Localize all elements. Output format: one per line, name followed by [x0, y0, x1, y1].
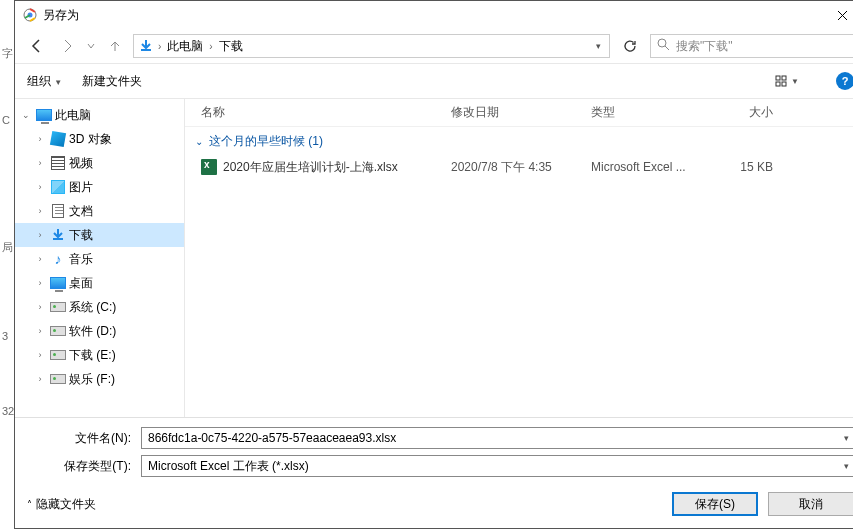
filename-label: 文件名(N):	[25, 430, 135, 447]
search-icon	[657, 38, 670, 54]
tree-item[interactable]: ›3D 对象	[15, 127, 184, 151]
svg-point-2	[658, 39, 666, 47]
file-type: Microsoft Excel ...	[591, 160, 711, 174]
chevron-right-icon: ›	[209, 41, 212, 52]
tree-item[interactable]: ›视频	[15, 151, 184, 175]
tree-item-label: 视频	[69, 155, 93, 172]
organize-button[interactable]: 组织 ▼	[27, 73, 62, 90]
tree-item[interactable]: ›桌面	[15, 271, 184, 295]
tree-item[interactable]: ›♪音乐	[15, 247, 184, 271]
bg-letter: 字	[2, 46, 13, 61]
back-button[interactable]	[25, 34, 49, 58]
group-header[interactable]: ⌄ 这个月的早些时候 (1)	[185, 127, 853, 156]
close-button[interactable]	[820, 1, 853, 29]
help-button[interactable]: ?	[836, 72, 853, 90]
pic-icon	[49, 178, 67, 196]
expand-icon[interactable]: ›	[33, 252, 47, 266]
nav-row: › 此电脑 › 下载 ▾ 搜索"下载"	[15, 29, 853, 63]
tree-item-label: 3D 对象	[69, 131, 112, 148]
file-row[interactable]: 2020年应届生培训计划-上海.xlsx2020/7/8 下午 4:35Micr…	[185, 156, 853, 178]
expand-icon[interactable]: ›	[33, 372, 47, 386]
column-size[interactable]: 大小	[711, 104, 781, 121]
tree-item-label: 下载	[69, 227, 93, 244]
hide-folders-toggle[interactable]: ˄ 隐藏文件夹	[27, 496, 96, 513]
file-modified: 2020/7/8 下午 4:35	[451, 159, 591, 176]
expand-icon[interactable]: ›	[33, 204, 47, 218]
tree-item[interactable]: ›图片	[15, 175, 184, 199]
savetype-label: 保存类型(T):	[25, 458, 135, 475]
expand-icon[interactable]: ›	[33, 348, 47, 362]
file-size: 15 KB	[711, 160, 781, 174]
up-button[interactable]	[103, 34, 127, 58]
dialog-footer: ˄ 隐藏文件夹 保存(S) 取消	[15, 480, 853, 528]
column-modified[interactable]: 修改日期	[451, 104, 591, 121]
expand-icon[interactable]: ›	[33, 300, 47, 314]
refresh-button[interactable]	[616, 34, 644, 58]
tree-item[interactable]: ›软件 (D:)	[15, 319, 184, 343]
expand-icon[interactable]: ›	[33, 156, 47, 170]
chrome-icon	[23, 8, 37, 22]
search-box[interactable]: 搜索"下载"	[650, 34, 853, 58]
forward-button[interactable]	[55, 34, 79, 58]
address-dropdown-icon[interactable]: ▾	[596, 41, 605, 51]
view-options-button[interactable]: ▼	[768, 70, 806, 92]
music-icon: ♪	[49, 250, 67, 268]
excel-file-icon	[201, 159, 217, 175]
bg-letter: C	[2, 114, 10, 126]
titlebar: 另存为	[15, 1, 853, 29]
toolbar: 组织 ▼ 新建文件夹 ▼ ?	[15, 63, 853, 99]
column-name[interactable]: 名称	[201, 104, 451, 121]
drive-icon	[49, 370, 67, 388]
collapse-icon[interactable]: ⌄	[19, 108, 33, 122]
svg-rect-6	[782, 82, 786, 86]
breadcrumb-seg-1[interactable]: 下载	[217, 38, 245, 55]
tree-item[interactable]: ›文档	[15, 199, 184, 223]
chevron-up-icon: ˄	[27, 499, 32, 510]
column-type[interactable]: 类型	[591, 104, 711, 121]
expand-icon[interactable]: ›	[33, 180, 47, 194]
cube-icon	[49, 130, 67, 148]
chevron-down-icon: ⌄	[195, 136, 203, 147]
tree-item[interactable]: ›娱乐 (F:)	[15, 367, 184, 391]
expand-icon[interactable]: ›	[33, 228, 47, 242]
chevron-right-icon: ›	[158, 41, 161, 52]
dl-icon	[49, 226, 67, 244]
download-folder-icon	[138, 38, 154, 54]
bg-letter: 局	[2, 240, 13, 255]
chevron-down-icon[interactable]: ▾	[844, 433, 849, 443]
drive-icon	[49, 346, 67, 364]
bg-letter: 32	[2, 405, 14, 417]
svg-rect-5	[776, 82, 780, 86]
address-bar[interactable]: › 此电脑 › 下载 ▾	[133, 34, 610, 58]
save-form: 文件名(N): 866fdc1a-0c75-4220-a575-57eaacea…	[15, 417, 853, 480]
bg-letter: 3	[2, 330, 8, 342]
tree-item-label: 系统 (C:)	[69, 299, 116, 316]
dialog-title: 另存为	[43, 7, 79, 24]
tree-item-label: 下载 (E:)	[69, 347, 116, 364]
tree-item[interactable]: ›下载	[15, 223, 184, 247]
file-name: 2020年应届生培训计划-上海.xlsx	[223, 159, 398, 176]
expand-icon[interactable]: ›	[33, 132, 47, 146]
cancel-button[interactable]: 取消	[768, 492, 853, 516]
filename-input[interactable]: 866fdc1a-0c75-4220-a575-57eaaceaea93.xls…	[141, 427, 853, 449]
column-headers: 名称 修改日期 类型 大小	[185, 99, 853, 127]
nav-tree: ⌄ 此电脑 ›3D 对象›视频›图片›文档›下载›♪音乐›桌面›系统 (C:)›…	[15, 99, 185, 417]
history-dropdown[interactable]	[85, 34, 97, 58]
drive-icon	[49, 322, 67, 340]
tree-item[interactable]: ›系统 (C:)	[15, 295, 184, 319]
expand-icon[interactable]: ›	[33, 276, 47, 290]
tree-item-label: 音乐	[69, 251, 93, 268]
chevron-down-icon[interactable]: ▾	[844, 461, 849, 471]
drive-icon	[49, 298, 67, 316]
new-folder-button[interactable]: 新建文件夹	[82, 73, 142, 90]
file-list-pane: 名称 修改日期 类型 大小 ⌄ 这个月的早些时候 (1) 2020年应届生培训计…	[185, 99, 853, 417]
save-button[interactable]: 保存(S)	[672, 492, 758, 516]
tree-item[interactable]: ›下载 (E:)	[15, 343, 184, 367]
expand-icon[interactable]: ›	[33, 324, 47, 338]
breadcrumb-seg-0[interactable]: 此电脑	[165, 38, 205, 55]
savetype-select[interactable]: Microsoft Excel 工作表 (*.xlsx) ▾	[141, 455, 853, 477]
tree-root-this-pc[interactable]: ⌄ 此电脑	[15, 103, 184, 127]
monitor-icon	[35, 106, 53, 124]
tree-item-label: 桌面	[69, 275, 93, 292]
save-as-dialog: 另存为 › 此电脑 › 下载 ▾	[14, 0, 853, 529]
